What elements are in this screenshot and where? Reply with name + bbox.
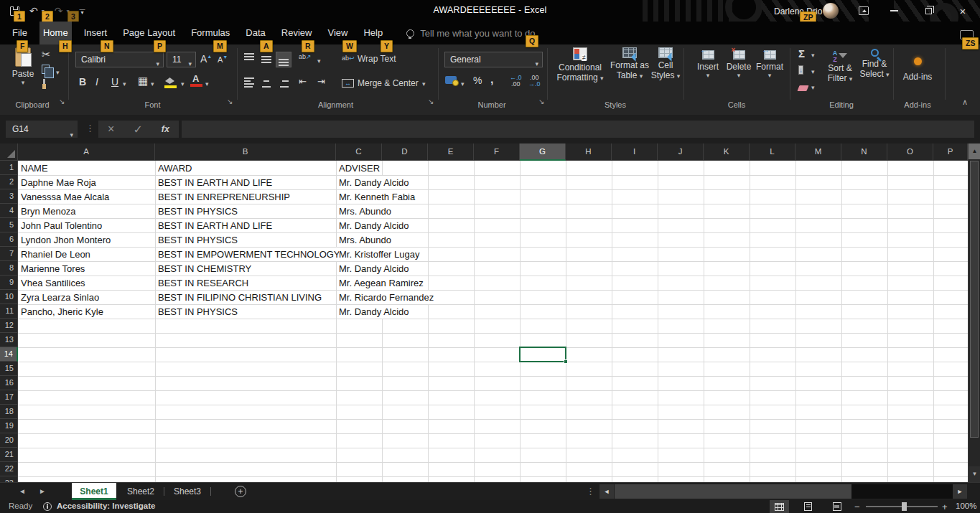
cell-C4[interactable]: Mrs. Abundo xyxy=(339,204,393,218)
collapse-ribbon-icon[interactable]: ∧ xyxy=(962,98,968,107)
cell-styles-button[interactable]: Cell Styles ▾ xyxy=(648,47,683,80)
format-cells-button[interactable]: ↔ Format ▾ xyxy=(753,50,786,79)
clear-chevron-icon[interactable]: ▾ xyxy=(811,84,815,91)
hscroll-left-icon[interactable]: ◄ xyxy=(599,484,614,499)
fill-color-chevron-icon[interactable]: ▾ xyxy=(181,80,185,88)
orientation-icon[interactable]: ab↗ xyxy=(299,53,312,60)
row-header-21[interactable]: 21 xyxy=(0,448,18,462)
normal-view-button[interactable] xyxy=(770,500,789,513)
zoom-in-icon[interactable]: + xyxy=(942,502,948,512)
cell-A1[interactable]: NAME xyxy=(21,161,50,175)
page-layout-view-button[interactable] xyxy=(798,500,818,513)
row-header-6[interactable]: 6 xyxy=(0,232,18,247)
underline-button[interactable]: U xyxy=(111,76,118,88)
row-header-4[interactable]: 4 xyxy=(0,204,18,218)
wrap-text-label[interactable]: Wrap Text xyxy=(358,54,396,64)
fill-color-icon[interactable] xyxy=(165,76,174,86)
accounting-chevron-icon[interactable]: ▾ xyxy=(461,80,465,88)
column-header-L[interactable]: L xyxy=(750,143,795,161)
row-header-18[interactable]: 18 xyxy=(0,405,18,419)
align-left-button[interactable] xyxy=(241,75,257,90)
zoom-slider-thumb[interactable] xyxy=(902,502,907,511)
shrink-font-button[interactable]: A▼ xyxy=(218,55,228,64)
font-size-combo[interactable]: 11▾ xyxy=(167,52,196,67)
undo-icon[interactable]: ↶ xyxy=(29,6,38,16)
cell-A5[interactable]: John Paul Tolentino xyxy=(21,219,104,232)
cell-C2[interactable]: Mr. Dandy Alcido xyxy=(339,176,411,189)
new-sheet-icon[interactable]: + xyxy=(235,486,246,497)
paste-button[interactable]: Paste ▾ xyxy=(8,47,38,86)
merge-center-label[interactable]: Merge & Center xyxy=(358,78,419,88)
column-header-I[interactable]: I xyxy=(612,143,658,161)
clipboard-dialog-launcher-icon[interactable]: ↘ xyxy=(59,98,65,105)
column-header-F[interactable]: F xyxy=(474,143,520,161)
formula-input[interactable] xyxy=(182,121,974,138)
vertical-scrollbar[interactable]: ▲ ▼ xyxy=(968,143,980,482)
fill-chevron-icon[interactable]: ▾ xyxy=(811,68,815,75)
bold-button[interactable]: B xyxy=(79,76,86,88)
formula-bar-dots-icon[interactable]: ⋮ xyxy=(85,123,95,133)
zoom-out-icon[interactable]: − xyxy=(854,502,860,512)
cell-C6[interactable]: Mrs. Abundo xyxy=(339,233,393,247)
column-header-K[interactable]: K xyxy=(704,143,750,161)
vertical-scroll-thumb[interactable] xyxy=(970,161,979,438)
row-header-5[interactable]: 5 xyxy=(0,218,18,232)
cell-A9[interactable]: Vhea Santilices xyxy=(21,276,88,290)
borders-chevron-icon[interactable]: ▾ xyxy=(151,80,154,88)
row-header-15[interactable]: 15 xyxy=(0,362,18,376)
restore-button[interactable] xyxy=(916,0,941,22)
align-middle-button[interactable] xyxy=(258,52,274,67)
increase-indent-icon[interactable]: ⇥ xyxy=(317,76,325,87)
row-header-1[interactable]: 1 xyxy=(0,161,18,175)
column-header-P[interactable]: P xyxy=(933,143,968,161)
sheet-tab-sheet3[interactable]: Sheet3 xyxy=(167,483,208,500)
column-header-H[interactable]: H xyxy=(566,143,612,161)
cell-C7[interactable]: Mr. Kristoffer Lugay xyxy=(339,248,421,261)
row-header-22[interactable]: 22 xyxy=(0,462,18,476)
font-color-icon[interactable]: A xyxy=(192,73,199,84)
font-name-combo[interactable]: Calibri▾ xyxy=(75,52,164,67)
cell-A11[interactable]: Pancho, Jheric Kyle xyxy=(21,305,106,319)
row-header-9[interactable]: 9 xyxy=(0,276,18,290)
cell-A6[interactable]: Lyndon Jhon Montero xyxy=(21,233,113,247)
decrease-indent-icon[interactable]: ⇤ xyxy=(299,76,307,87)
row-header-16[interactable]: 16 xyxy=(0,376,18,390)
align-top-button[interactable] xyxy=(241,52,257,67)
cell-C5[interactable]: Mr. Dandy Alcido xyxy=(339,219,411,232)
column-header-N[interactable]: N xyxy=(841,143,887,161)
accounting-format-icon[interactable] xyxy=(445,76,457,86)
page-break-view-button[interactable] xyxy=(827,500,846,513)
column-header-E[interactable]: E xyxy=(428,143,474,161)
customize-qat-icon[interactable]: —▾ xyxy=(80,7,85,14)
cell-B3[interactable]: BEST IN ENREPRENEURSHIP xyxy=(158,190,292,204)
comma-style-button[interactable]: , xyxy=(490,73,493,86)
font-dialog-launcher-icon[interactable]: ↘ xyxy=(227,98,233,105)
cell-C3[interactable]: Mr. Kenneth Fabia xyxy=(339,190,417,204)
column-header-B[interactable]: B xyxy=(155,143,336,161)
add-ins-button[interactable]: Add-ins xyxy=(896,57,939,82)
cell-A2[interactable]: Daphne Mae Roja xyxy=(21,176,98,189)
column-header-C[interactable]: C xyxy=(336,143,382,161)
autosum-icon[interactable]: Σ xyxy=(798,47,805,60)
confirm-entry-icon[interactable]: ✓ xyxy=(133,123,142,136)
cell-B9[interactable]: BEST IN RESEARCH xyxy=(158,276,251,290)
row-header-3[interactable]: 3 xyxy=(0,189,18,204)
cell-C9[interactable]: Mr. Aegean Ramirez xyxy=(339,276,426,290)
sheet-nav-left-icon[interactable]: ◄ xyxy=(19,487,26,495)
fill-icon[interactable]: ↓ xyxy=(798,65,803,75)
cell-A8[interactable]: Marienne Tores xyxy=(21,262,87,276)
row-header-20[interactable]: 20 xyxy=(0,433,18,448)
wrap-text-icon[interactable]: ab↩ xyxy=(342,55,355,62)
horizontal-scroll-thumb[interactable] xyxy=(615,484,851,499)
align-center-button[interactable] xyxy=(258,75,274,90)
cell-B8[interactable]: BEST IN CHEMISTRY xyxy=(158,262,253,276)
sheet-tab-sheet1[interactable]: Sheet1 xyxy=(72,483,116,500)
column-header-A[interactable]: A xyxy=(18,143,155,161)
cell-B11[interactable]: BEST IN PHYSICS xyxy=(158,305,240,319)
minimize-button[interactable] xyxy=(882,0,906,22)
row-header-23[interactable]: 23 xyxy=(0,476,18,482)
decrease-decimal-icon[interactable]: .00→.0 xyxy=(528,75,541,88)
underline-chevron-icon[interactable]: ▾ xyxy=(123,80,126,88)
sheet-nav-right-icon[interactable]: ► xyxy=(39,487,46,495)
scroll-up-icon[interactable]: ▲ xyxy=(969,143,980,159)
